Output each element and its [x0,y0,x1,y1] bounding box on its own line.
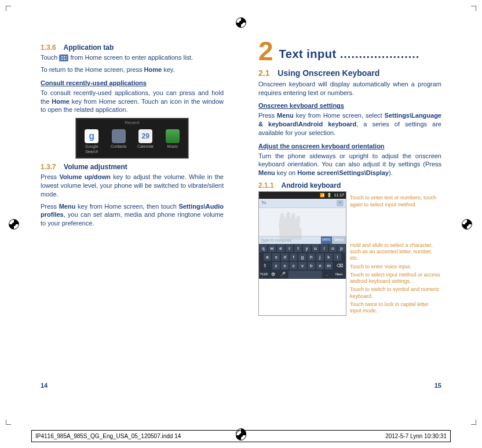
backspace-key: ⌫ [334,262,345,269]
add-recipient-icon: + [337,200,344,206]
annotation: Hold and slide to select a character, su… [350,242,441,262]
to-label: To [261,200,266,206]
key: r [286,245,293,252]
annotation: Touch twice to lock in capital letter in… [350,301,441,315]
signal-icon: 📶 [320,192,325,198]
keyboard-screenshot: 📶 🔋 11:17 To + Type to compose 160/1 Sen… [258,191,346,316]
registration-mark [236,17,246,28]
key: v [298,262,306,269]
heading-2-1: 2.1 Using Onscreen Keyboard [258,68,441,79]
key: k [325,253,333,261]
key: c [290,262,297,269]
annotations: Touch to enter text or numbers, touch ag… [350,191,441,316]
text: Press [41,203,59,210]
key: f [290,253,297,261]
key: d [281,253,289,261]
key: t [294,245,302,252]
next-key: Next [333,271,345,278]
key: i [320,245,328,252]
app-label: Calendar [137,144,154,148]
annotation: Touch to select input method or access a… [350,272,441,285]
bold-text: Home screen\Settings\Display [297,169,389,176]
symbol-key: ?123 [260,271,268,278]
crop-mark [471,6,476,11]
key: a [264,253,271,261]
text: Touch [41,54,59,61]
section-title: Using Onscreen Keyboard [277,68,379,78]
text: Turn the phone sideways or upright to ad… [258,152,441,168]
recent-app-contacts: Contacts [107,129,130,155]
music-icon [166,129,180,143]
keyboard-keys: qwertyuiop asdfghjkl ⇧zxcvbnm⌫ ?123 ⚙ 🎤 … [259,244,346,279]
key: l [334,253,341,261]
send-button: Send [332,236,346,244]
key: g [298,253,306,261]
page-14: 1.3.6 Application tab Touch from Home sc… [41,41,224,390]
paragraph: Touch from Home screen to enter applicat… [41,53,224,62]
section-number: 1.3.7 [41,163,56,171]
text: key from Home screen, then touch [75,203,178,210]
settings-key: ⚙ [269,271,278,278]
text: Text input [279,48,337,60]
recent-apps-screenshot: Recent g Google Search Contacts 29 Calen… [75,118,189,159]
period-key: . [323,271,332,278]
section-number: 1.3.6 [41,43,56,52]
crop-mark [6,420,11,425]
key: o [329,245,337,252]
page-15: 2 Text input ..................... 2.1 U… [258,41,441,390]
footer-filename: IP4116_985A_985S_QG_Eng_USA_05_120507.in… [35,432,181,440]
space-key [289,271,322,278]
chapter-heading: 2 Text input ..................... [258,41,441,62]
paragraph: Press Volume up/down key to adjust the v… [41,173,224,199]
keyboard-figure: 📶 🔋 11:17 To + Type to compose 160/1 Sen… [258,191,441,316]
section-title: Android keyboard [282,181,341,190]
compose-bar: Type to compose 160/1 Send [259,236,346,244]
key-row-4: ?123 ⚙ 🎤 . Next [259,270,346,279]
key: m [325,262,333,269]
clock: 11:17 [334,192,344,198]
paragraph: Onscreen keyboard will display automatic… [258,80,441,97]
recent-label: Recent [77,119,187,127]
key: h [308,253,315,261]
paragraph: To return to the Home screen, press Home… [41,65,224,74]
char-count: 160/1 [321,236,332,244]
key: s [272,253,280,261]
bold-text: Volume up/down [59,173,110,180]
shift-key: ⇧ [260,262,271,269]
message-body [259,208,346,236]
paragraph: Press Menu key from Home screen, select … [258,111,441,137]
google-icon: g [85,129,98,143]
chapter-title: Text input ..................... [279,46,420,62]
bold-text: Home [144,66,162,73]
key-row-2: asdfghjkl [259,253,346,261]
key: w [268,245,276,252]
key: n [316,262,324,269]
text: from Home screen to enter applications l… [70,54,193,61]
status-bar: 📶 🔋 11:17 [259,192,346,198]
text: , you can set alarm, media and phone rin… [41,211,224,227]
text: To return to the Home screen, press [41,66,144,73]
recent-app-google-search: g Google Search [80,129,103,155]
subheading-consult: Consult recently-used applications [41,79,224,88]
key: y [303,245,311,252]
annotation: Touch to enter text or numbers, touch ag… [350,195,441,208]
annotation: Touch to enter Voice input. [350,264,441,270]
heading-1-3-7: 1.3.7 Volume adjustment [41,162,224,172]
text: Press [258,112,277,119]
registration-mark [236,430,246,443]
hand-gesture-icon [272,211,306,240]
key: j [316,253,324,261]
paragraph: Turn the phone sideways or upright to ad… [258,152,441,178]
app-label: Google Search [85,144,98,154]
registration-mark [9,219,19,230]
bold-text: Menu [277,112,294,119]
voice-key: 🎤 [279,271,287,278]
calendar-icon: 29 [138,129,152,143]
recent-app-calendar: 29 Calendar [134,129,157,155]
text: key from Home screen, select [294,112,385,119]
section-title: Application tab [64,43,114,52]
bold-text: Home [52,98,70,105]
annotation: Touch to switch to symbol and numeric ke… [350,286,441,300]
page-number-right: 15 [434,381,441,390]
crop-mark [6,6,11,11]
